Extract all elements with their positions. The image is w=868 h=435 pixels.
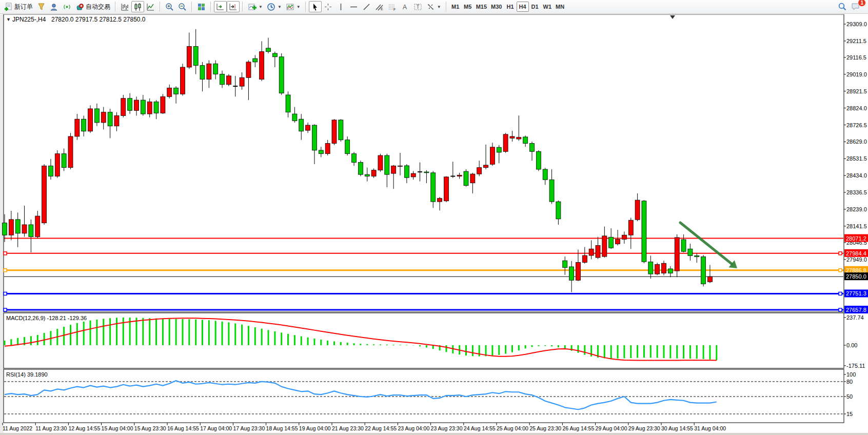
price-axis-label: 28726.5 xyxy=(846,122,867,128)
price-axis-label: 28239.0 xyxy=(846,206,867,212)
candle-body xyxy=(200,66,205,80)
funnel-icon xyxy=(37,3,46,11)
channel-tool-button[interactable]: E xyxy=(373,1,386,12)
price-axis-label: 28824.0 xyxy=(846,105,867,111)
toolbar-separator xyxy=(210,2,211,12)
chart-canvas[interactable]: ▼JPN225-,H427820.0 27917.5 27812.5 27850… xyxy=(0,14,868,435)
candle-body xyxy=(371,170,376,176)
timeframe-m5-button[interactable]: M5 xyxy=(462,2,474,12)
candlestick-icon xyxy=(133,3,142,11)
search-button[interactable] xyxy=(836,1,849,12)
candle-body xyxy=(161,96,165,113)
chart-shift-button[interactable] xyxy=(227,1,240,12)
zoom-out-button[interactable] xyxy=(176,1,189,12)
cursor-icon xyxy=(311,3,320,11)
timeframe-m30-button[interactable]: M30 xyxy=(489,2,504,12)
candle-body xyxy=(569,267,574,280)
candle-body xyxy=(675,238,679,271)
crosshair-tool-button[interactable] xyxy=(322,1,334,12)
candle-body xyxy=(464,171,468,186)
candle-body xyxy=(42,166,47,223)
accounts-button[interactable] xyxy=(48,1,61,12)
tile-windows-icon xyxy=(197,3,206,11)
text-tool-button[interactable]: A xyxy=(399,1,411,12)
line-handle[interactable] xyxy=(839,308,842,311)
signals-button[interactable] xyxy=(61,1,73,12)
candle-body xyxy=(207,64,211,79)
tile-windows-button[interactable] xyxy=(195,1,208,12)
timeframe-m1-button[interactable]: M1 xyxy=(449,2,462,12)
date-axis-label: 26 Aug 14:55 xyxy=(562,425,594,431)
line-handle[interactable] xyxy=(4,269,7,272)
auto-trading-button[interactable]: 自动交易 xyxy=(73,1,112,12)
zoom-out-icon xyxy=(178,3,187,11)
candle-body xyxy=(35,216,40,236)
candle-body xyxy=(365,174,369,176)
line-handle[interactable] xyxy=(839,292,842,295)
candle-body xyxy=(101,112,106,123)
timeframe-m15-button[interactable]: M15 xyxy=(474,2,489,12)
svg-text:T: T xyxy=(416,4,419,10)
price-axis-label: 28336.5 xyxy=(846,189,867,195)
rsi-label: RSI(14) 39.1890 xyxy=(6,371,48,378)
market-watch-button[interactable] xyxy=(35,1,48,12)
candle-body xyxy=(299,119,304,131)
line-handle[interactable] xyxy=(4,292,7,295)
trendline-tool-button[interactable] xyxy=(360,1,373,12)
candle-body xyxy=(497,147,501,152)
candle-body xyxy=(68,136,73,168)
price-line-badge-label: 27850.0 xyxy=(846,273,866,280)
candle-body xyxy=(114,115,119,126)
equidistant-channel-icon: E xyxy=(375,3,384,11)
candle-body xyxy=(563,261,567,267)
line-handle[interactable] xyxy=(839,252,842,255)
chart-menu-arrow-icon[interactable]: ▼ xyxy=(6,17,11,22)
toolbar-separator xyxy=(446,2,447,12)
notifications-button[interactable]: 1 xyxy=(849,1,863,12)
date-axis-label: 19 Aug 04:00 xyxy=(299,425,331,431)
candle-body xyxy=(292,114,297,121)
macd-label: MACD(12,26,9) -128.21 -129.36 xyxy=(6,315,87,321)
candle-body xyxy=(154,102,159,113)
candle-body xyxy=(48,166,53,176)
candle-body xyxy=(484,165,488,168)
add-indicator-button[interactable]: ▼ xyxy=(246,1,265,12)
timeframe-w1-button[interactable]: W1 xyxy=(541,2,554,12)
horizontal-line-tool-button[interactable] xyxy=(347,1,360,12)
templates-button[interactable]: ▼ xyxy=(284,1,303,12)
chart-area: ▼JPN225-,H427820.0 27917.5 27812.5 27850… xyxy=(0,14,868,435)
timeframe-h1-button[interactable]: H1 xyxy=(504,2,517,12)
candle-body xyxy=(260,52,264,80)
line-handle[interactable] xyxy=(4,308,7,311)
bar-chart-button[interactable] xyxy=(119,1,131,12)
crosshair-icon xyxy=(324,3,332,11)
toolbar-separator xyxy=(242,2,243,12)
arrows-tool-button[interactable]: ▼ xyxy=(424,1,443,12)
candle-body xyxy=(3,223,7,235)
fibonacci-icon: F xyxy=(388,3,397,11)
candle-body xyxy=(286,95,290,112)
candle-body xyxy=(411,173,416,177)
timeframe-h4-button[interactable]: H4 xyxy=(517,2,529,12)
line-chart-button[interactable] xyxy=(144,1,157,12)
candle-body xyxy=(187,47,191,67)
fibonacci-tool-button[interactable]: F xyxy=(386,1,399,12)
periods-button[interactable]: ▼ xyxy=(265,1,284,12)
new-order-button[interactable]: 新订单 xyxy=(2,1,35,12)
candlestick-chart-button[interactable] xyxy=(131,1,144,12)
auto-scroll-button[interactable] xyxy=(214,1,227,12)
vertical-line-tool-button[interactable] xyxy=(334,1,347,12)
zoom-in-button[interactable] xyxy=(163,1,176,12)
line-handle[interactable] xyxy=(4,252,7,255)
candle-body xyxy=(167,88,172,96)
arrows-icon xyxy=(426,3,435,11)
cursor-tool-button[interactable] xyxy=(309,1,322,12)
candle-body xyxy=(94,109,99,123)
timeframe-d1-button[interactable]: D1 xyxy=(529,2,541,12)
candle-body xyxy=(477,168,482,174)
candle-body xyxy=(22,225,27,233)
auto-scroll-icon xyxy=(216,3,225,11)
line-handle[interactable] xyxy=(839,269,842,272)
timeframe-mn-button[interactable]: MN xyxy=(554,2,566,12)
text-label-tool-button[interactable]: T xyxy=(411,1,424,12)
